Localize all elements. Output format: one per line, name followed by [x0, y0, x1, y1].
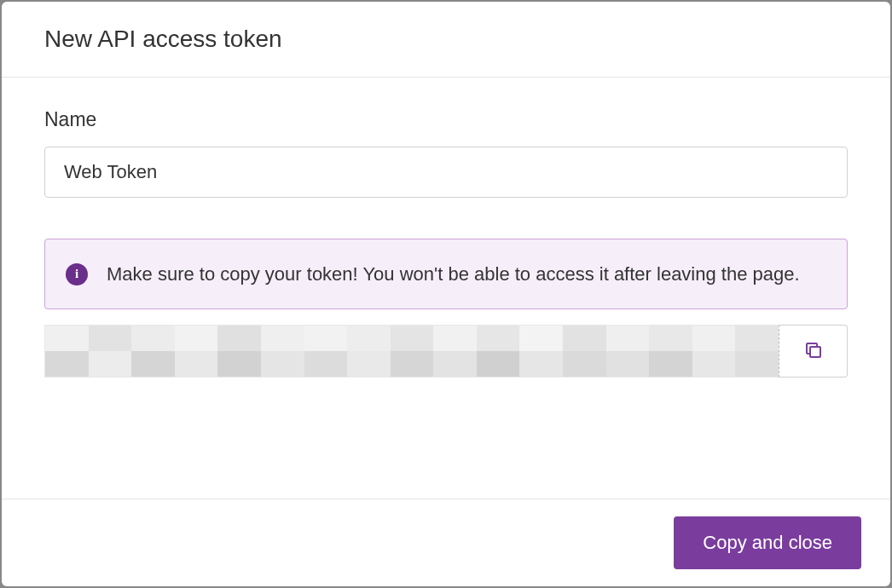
- new-api-token-modal: New API access token Name i Make sure to…: [2, 2, 890, 586]
- info-message: Make sure to copy your token! You won't …: [107, 260, 800, 288]
- info-banner: i Make sure to copy your token! You won'…: [44, 239, 848, 309]
- token-value-redacted[interactable]: [44, 325, 779, 378]
- info-icon: i: [66, 263, 88, 285]
- name-label: Name: [44, 108, 848, 131]
- modal-title: New API access token: [44, 26, 848, 53]
- copy-icon: [803, 340, 824, 363]
- modal-footer: Copy and close: [2, 499, 890, 586]
- pixelated-overlay: [45, 326, 779, 377]
- name-input[interactable]: [44, 147, 848, 198]
- token-row: [44, 325, 848, 378]
- svg-rect-0: [810, 347, 820, 357]
- copy-and-close-button[interactable]: Copy and close: [674, 516, 861, 569]
- copy-token-button[interactable]: [779, 325, 848, 378]
- modal-header: New API access token: [2, 2, 890, 78]
- modal-body: Name i Make sure to copy your token! You…: [2, 78, 890, 499]
